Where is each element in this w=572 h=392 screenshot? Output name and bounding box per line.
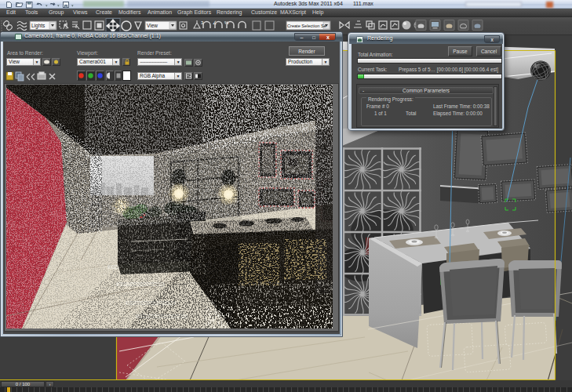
svg-text:Lights: Lights xyxy=(31,23,46,29)
svg-text:%: % xyxy=(224,20,229,25)
svg-text:View: View xyxy=(147,23,158,28)
svg-text:∠: ∠ xyxy=(213,20,217,25)
svg-text:Create Selection Se: Create Selection Se xyxy=(287,24,326,28)
